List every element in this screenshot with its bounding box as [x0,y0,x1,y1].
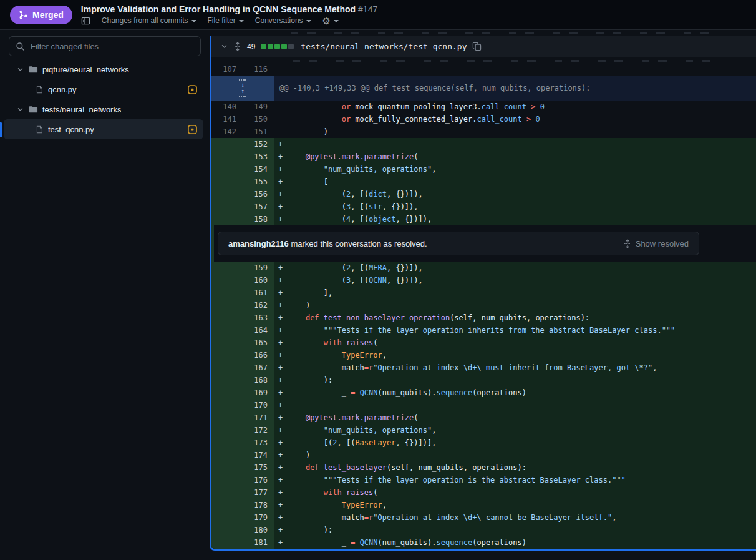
new-line-number[interactable]: 172 [243,424,274,436]
new-line-number[interactable]: 116 [243,63,274,76]
old-line-number[interactable] [211,424,243,436]
old-line-number[interactable]: 142 [211,125,243,138]
old-line-number[interactable] [211,511,243,524]
new-line-number[interactable]: 161 [243,287,274,299]
new-line-number[interactable]: 149 [243,101,274,113]
diff-marker: + [274,474,288,486]
tree-folder-tests-neural-networks[interactable]: tests/neural_networks [4,99,203,119]
new-line-number[interactable]: 168 [243,374,274,386]
old-line-number[interactable] [211,411,243,424]
old-line-number[interactable] [211,213,243,225]
code-line: (4, [(object, {})]), [288,213,756,225]
file-filter-field[interactable] [9,36,201,56]
old-line-number[interactable] [211,299,243,312]
new-line-number[interactable]: 160 [243,274,274,287]
old-line-number[interactable] [211,163,243,175]
new-line-number[interactable]: 181 [243,536,274,549]
file-filter-dropdown[interactable]: File filter [208,16,244,25]
old-line-number[interactable]: 140 [211,101,243,113]
new-line-number[interactable]: 152 [243,138,274,150]
old-line-number[interactable] [211,399,243,411]
old-line-number[interactable] [211,474,243,486]
old-line-number[interactable] [211,274,243,287]
old-line-number[interactable] [211,324,243,336]
diff-marker: + [274,449,288,461]
old-line-number[interactable] [211,188,243,200]
old-line-number[interactable] [211,461,243,474]
diff-row: 160+ (3, [(QCNN, {})]), [211,274,756,287]
filter-files-input[interactable] [31,42,194,51]
new-line-number[interactable]: 164 [243,324,274,336]
file-icon [36,125,44,134]
new-line-number[interactable]: 173 [243,436,274,449]
toggle-file-tree-button[interactable] [81,16,90,26]
old-line-number[interactable] [211,312,243,324]
old-line-number[interactable] [211,336,243,349]
new-line-number[interactable]: 180 [243,524,274,536]
new-line-number[interactable]: 162 [243,299,274,312]
pr-title: Improve Validation and Error Handling in… [81,4,356,14]
new-line-number[interactable]: 177 [243,486,274,499]
code-line: match=r"Operation at index \d+\ cannot b… [288,511,756,524]
code-line: TypeError, [288,349,756,361]
new-line-number[interactable]: 157 [243,200,274,213]
collapse-file-chevron[interactable] [220,42,228,51]
new-line-number[interactable]: 170 [243,399,274,411]
old-line-number[interactable] [211,524,243,536]
new-line-number[interactable]: 167 [243,361,274,374]
old-line-number[interactable] [211,175,243,188]
new-line-number[interactable]: 153 [243,150,274,163]
new-line-number[interactable]: 175 [243,461,274,474]
new-line-number[interactable]: 158 [243,213,274,225]
old-line-number[interactable]: 141 [211,113,243,125]
old-line-number[interactable] [211,486,243,499]
old-line-number[interactable] [211,138,243,150]
show-resolved-button[interactable]: Show resolved [624,239,689,248]
new-line-number[interactable]: 163 [243,312,274,324]
new-line-number[interactable]: 155 [243,175,274,188]
old-line-number[interactable] [211,436,243,449]
old-line-number[interactable] [211,361,243,374]
commits-dropdown[interactable]: Changes from all commits [102,16,196,25]
old-line-number[interactable]: 107 [211,63,243,76]
conversation-author: amansingh2116 [228,239,289,248]
old-line-number[interactable] [211,386,243,399]
old-line-number[interactable] [211,262,243,274]
new-line-number[interactable]: 176 [243,474,274,486]
new-line-number[interactable]: 159 [243,262,274,274]
old-line-number[interactable] [211,499,243,511]
expand-hunk-buttons[interactable]: ↓↑ [211,76,274,101]
new-line-number[interactable]: 179 [243,511,274,524]
expand-up-icon[interactable]: ↑ [241,88,245,94]
tree-file-test-qcnn-py[interactable]: test_qcnn.py [4,119,203,139]
old-line-number[interactable] [211,374,243,386]
diff-marker [274,63,288,76]
sidebar-toggle-icon [81,16,90,26]
clipped-code-row [211,57,756,63]
old-line-number[interactable] [211,150,243,163]
old-line-number[interactable] [211,536,243,549]
conversations-dropdown[interactable]: Conversations [255,16,311,25]
old-line-number[interactable] [211,287,243,299]
new-line-number[interactable]: 151 [243,125,274,138]
new-line-number[interactable]: 174 [243,449,274,461]
tree-file-qcnn-py[interactable]: qcnn.py [4,79,203,99]
new-line-number[interactable]: 166 [243,349,274,361]
new-line-number[interactable]: 156 [243,188,274,200]
tree-folder-piqture-neural-networks[interactable]: piqture/neural_networks [4,59,203,79]
new-line-number[interactable]: 165 [243,336,274,349]
old-line-number[interactable] [211,200,243,213]
diff-settings-dropdown[interactable]: ⚙ [322,16,339,26]
hunk-header-text: @@ -140,3 +149,33 @@ def test_sequence(s… [274,76,756,101]
file-grabber-icon[interactable] [234,42,241,51]
new-line-number[interactable]: 169 [243,386,274,399]
file-path[interactable]: tests/neural_networks/test_qcnn.py [301,42,467,51]
old-line-number[interactable] [211,349,243,361]
copy-path-button[interactable] [472,42,482,51]
new-line-number[interactable]: 171 [243,411,274,424]
old-line-number[interactable] [211,449,243,461]
new-line-number[interactable]: 178 [243,499,274,511]
new-line-number[interactable]: 150 [243,113,274,125]
diff-row: 156+ (2, [(dict, {})]), [211,188,756,200]
new-line-number[interactable]: 154 [243,163,274,175]
